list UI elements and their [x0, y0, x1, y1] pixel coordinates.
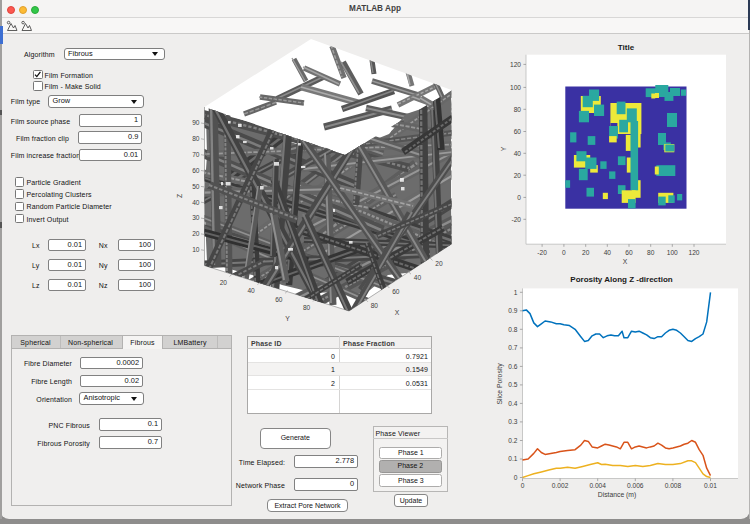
- svg-text:Distance (m): Distance (m): [598, 491, 637, 499]
- svg-text:0.6: 0.6: [508, 363, 517, 370]
- svg-text:0.7: 0.7: [508, 344, 517, 351]
- svg-text:0.004: 0.004: [589, 482, 606, 489]
- svg-text:30: 30: [192, 214, 200, 221]
- svg-text:0.002: 0.002: [552, 482, 569, 489]
- svg-text:0: 0: [521, 482, 525, 489]
- svg-text:20: 20: [514, 172, 522, 179]
- svg-text:10: 10: [192, 246, 200, 253]
- svg-text:Slice Porosity: Slice Porosity: [496, 363, 504, 405]
- svg-text:60: 60: [192, 167, 200, 174]
- svg-text:80: 80: [647, 249, 655, 256]
- svg-text:60: 60: [392, 288, 400, 295]
- svg-text:Z: Z: [176, 194, 183, 198]
- svg-text:Title: Title: [618, 43, 635, 52]
- svg-text:80: 80: [192, 135, 200, 142]
- svg-text:-20: -20: [511, 216, 521, 223]
- svg-text:100: 100: [667, 249, 678, 256]
- svg-text:Y: Y: [285, 315, 290, 322]
- svg-text:X: X: [395, 309, 400, 316]
- svg-text:-20: -20: [537, 249, 547, 256]
- svg-text:Porosity Along Z -direction: Porosity Along Z -direction: [570, 275, 672, 284]
- svg-text:60: 60: [625, 249, 633, 256]
- svg-text:80: 80: [514, 106, 522, 113]
- svg-text:20: 20: [220, 279, 228, 286]
- svg-text:0.1: 0.1: [508, 455, 517, 462]
- svg-text:0: 0: [517, 194, 521, 201]
- svg-text:0.006: 0.006: [627, 482, 644, 489]
- svg-text:90: 90: [192, 119, 200, 126]
- svg-text:0.3: 0.3: [508, 418, 517, 425]
- svg-text:0: 0: [514, 474, 518, 481]
- svg-text:40: 40: [514, 150, 522, 157]
- svg-text:20: 20: [582, 249, 590, 256]
- svg-text:40: 40: [192, 199, 200, 206]
- svg-text:0.01: 0.01: [704, 482, 717, 489]
- svg-text:1: 1: [514, 289, 518, 296]
- svg-text:120: 120: [688, 249, 699, 256]
- svg-text:X: X: [623, 258, 628, 265]
- svg-text:40: 40: [247, 287, 255, 294]
- svg-text:0.2: 0.2: [508, 437, 517, 444]
- svg-text:0: 0: [562, 249, 566, 256]
- svg-text:80: 80: [303, 304, 311, 311]
- svg-text:Y: Y: [500, 146, 507, 151]
- svg-text:0.9: 0.9: [508, 307, 517, 314]
- svg-text:100: 100: [510, 84, 521, 91]
- svg-text:0.008: 0.008: [665, 482, 682, 489]
- svg-text:50: 50: [192, 183, 200, 190]
- svg-text:120: 120: [510, 61, 521, 68]
- svg-text:40: 40: [604, 249, 612, 256]
- svg-text:60: 60: [275, 296, 283, 303]
- svg-text:20: 20: [435, 260, 443, 267]
- svg-text:60: 60: [514, 128, 522, 135]
- svg-text:0.5: 0.5: [508, 381, 517, 388]
- svg-text:0.8: 0.8: [508, 326, 517, 333]
- svg-text:80: 80: [371, 302, 379, 309]
- svg-text:40: 40: [414, 274, 422, 281]
- svg-text:70: 70: [192, 151, 200, 158]
- svg-text:0.4: 0.4: [508, 400, 517, 407]
- svg-text:20: 20: [192, 230, 200, 237]
